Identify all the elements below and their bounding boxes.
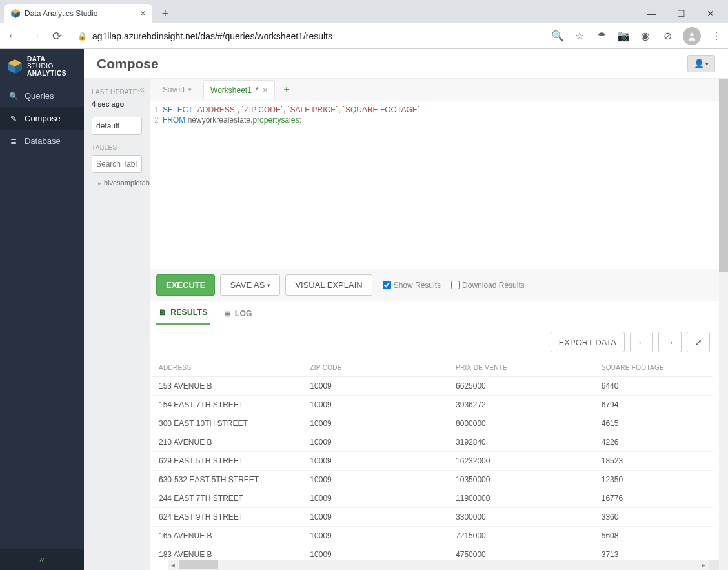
scroll-left-button[interactable]: ◄ [168,560,178,570]
scroll-corner [709,560,719,570]
table-row[interactable]: 153 AVENUE B1000966250006440 [152,377,713,396]
camera-icon[interactable]: 📷 [617,30,630,43]
table-cell: 3300000 [449,508,595,527]
address-bar[interactable]: 🔒 ag1llap.azurehdinsight.net/das/#/queri… [71,31,545,41]
prev-page-button[interactable]: ← [630,332,653,352]
window-close-button[interactable]: ✕ [696,4,725,23]
tables-label: TABLES [92,144,142,151]
logo: DATA STUDIO ANALYTICS [0,49,84,85]
nav-queries[interactable]: 🔍 Queries [0,85,84,107]
table-cell: 10009 [303,471,449,489]
result-tabs: 🗎RESULTS ≣LOG [150,301,728,325]
show-results-checkbox[interactable]: Show Results [383,281,441,290]
app-frame: DATA STUDIO ANALYTICS 🔍 Queries ✎ Compos… [0,49,728,570]
vertical-scrollbar[interactable] [719,79,728,570]
user-menu-button[interactable]: 👤▾ [687,55,715,72]
extension3-icon[interactable]: ⊘ [661,30,674,43]
add-tab-button[interactable]: + [280,84,294,96]
expand-button[interactable]: ⤢ [687,332,710,352]
search-tables-input[interactable] [92,155,142,173]
side-panel: ▴▾ « LAST UPDATE: 4 sec ago TABLES hives… [84,79,150,570]
table-row[interactable]: 629 EAST 5TH STREET100091623200018523 [152,452,713,471]
table-cell: 630-532 EAST 5TH STREET [152,471,303,489]
nav-compose[interactable]: ✎ Compose [0,107,84,130]
doc-icon: 🗎 [159,308,167,317]
table-cell: 10009 [303,527,449,545]
table-cell: 8000000 [449,414,595,433]
nav-forward-button[interactable]: → [27,28,43,44]
page-title: Compose [97,56,159,72]
visual-explain-button[interactable]: VISUAL EXPLAIN [285,274,372,296]
chrome-toolbar: ← → ⟳ 🔒 ag1llap.azurehdinsight.net/das/#… [0,23,728,49]
extension1-icon[interactable]: ☂ [595,30,608,43]
browser-tab[interactable]: Data Analytics Studio × [4,4,152,23]
download-results-checkbox[interactable]: Download Results [451,281,525,290]
table-row[interactable]: 210 AVENUE B1000931928404226 [152,433,713,452]
table-cell: 12350 [595,471,713,489]
svg-point-3 [690,32,693,36]
page-header: Compose 👤▾ [84,49,728,79]
logo-text: DATA STUDIO ANALYTICS [27,56,66,77]
table-header[interactable]: ADDRESS [152,359,303,377]
close-icon[interactable]: × [263,85,268,95]
next-page-button[interactable]: → [658,332,682,352]
results-tab[interactable]: 🗎RESULTS [156,301,210,325]
window-maximize-button[interactable]: ☐ [666,4,696,23]
nav-database[interactable]: ≣ Database [0,130,84,152]
database-selector[interactable] [92,117,142,135]
new-tab-button[interactable]: + [156,5,174,23]
table-cell: 10009 [303,414,449,433]
table-header[interactable]: ZIP CODE [303,359,449,377]
result-table-wrap: ADDRESSZIP CODEPRIX DE VENTESQUARE FOOTA… [150,359,728,570]
window-minimize-button[interactable]: — [636,4,666,23]
table-tree-item[interactable]: hivesampletab [92,177,142,188]
execute-button[interactable]: EXECUTE [156,274,215,296]
nav-reload-button[interactable]: ⟳ [49,28,65,44]
panel-collapse-button[interactable]: « [139,84,145,94]
code-body[interactable]: SELECT `ADDRESS`, `ZIP CODE`, `SALE PRIC… [163,105,728,265]
table-cell: 3360 [595,508,713,527]
list-icon: ≣ [225,309,231,318]
logo-icon [6,58,23,75]
profile-avatar[interactable] [683,27,701,45]
nav-collapse-button[interactable]: « [0,549,84,570]
export-data-button[interactable]: EXPORT DATA [551,332,625,352]
table-header-row: ADDRESSZIP CODEPRIX DE VENTESQUARE FOOTA… [152,359,713,377]
horizontal-scrollbar[interactable]: ◄ ► [168,560,719,570]
nav-label: Database [25,136,61,146]
user-icon: 👤 [694,59,704,68]
table-row[interactable]: 624 EAST 9TH STREET1000933000003360 [152,508,713,527]
table-header[interactable]: PRIX DE VENTE [449,359,595,377]
caret-down-icon: ▾ [705,61,709,67]
table-cell: 7215000 [449,527,595,545]
nav-back-button[interactable]: ← [5,28,21,44]
bookmark-icon[interactable]: ☆ [573,30,586,43]
tab-close-icon[interactable]: × [140,8,146,19]
table-cell: 153 AVENUE B [152,377,303,396]
scroll-right-button[interactable]: ► [698,560,709,570]
table-cell: 10009 [303,433,449,452]
url-text: ag1llap.azurehdinsight.net/das/#/queries… [92,31,332,41]
table-row[interactable]: 244 EAST 7TH STREET100091190000016776 [152,489,713,508]
table-cell: 300 EAST 10TH STREET [152,414,303,433]
scroll-thumb[interactable] [179,560,218,569]
table-header[interactable]: SQUARE FOOTAGE [595,359,713,377]
table-row[interactable]: 154 EAST 7TH STREET1000939362726794 [152,396,713,414]
zoom-icon[interactable]: 🔍 [551,30,564,43]
saved-tab[interactable]: Saved ▾ [156,81,198,99]
table-row[interactable]: 165 AVENUE B1000972150005608 [152,527,713,545]
extension2-icon[interactable]: ◉ [639,30,652,43]
main-panel: Compose 👤▾ ▴▾ « LAST UPDATE: 4 sec ago T… [84,49,728,570]
result-tools: EXPORT DATA ← → ⤢ [150,325,728,359]
saveas-button[interactable]: SAVE AS ▾ [220,274,280,296]
table-row[interactable]: 630-532 EAST 5TH STREET10009103500001235… [152,471,713,489]
table-row[interactable]: 300 EAST 10TH STREET1000980000004615 [152,414,713,433]
log-tab[interactable]: ≣LOG [222,303,255,325]
table-cell: 5608 [595,527,713,545]
workspace: ▴▾ « LAST UPDATE: 4 sec ago TABLES hives… [84,79,728,570]
editor-tabs: Saved ▾ Worksheet1 * × + [150,79,728,101]
chrome-menu-icon[interactable]: ⋮ [710,30,723,43]
code-editor[interactable]: 12 SELECT `ADDRESS`, `ZIP CODE`, `SALE P… [150,101,728,269]
table-cell: 18523 [595,452,713,471]
worksheet-tab[interactable]: Worksheet1 * × [203,80,274,99]
